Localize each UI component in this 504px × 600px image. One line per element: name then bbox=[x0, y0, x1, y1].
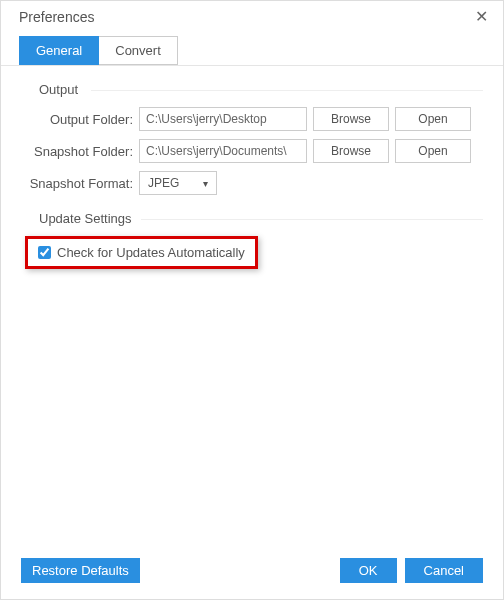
update-section-title: Update Settings bbox=[39, 211, 483, 226]
snapshot-format-select[interactable]: JPEG ▾ bbox=[139, 171, 217, 195]
output-folder-open-button[interactable]: Open bbox=[395, 107, 471, 131]
tab-general[interactable]: General bbox=[19, 36, 99, 65]
output-folder-browse-button[interactable]: Browse bbox=[313, 107, 389, 131]
footer-right: OK Cancel bbox=[340, 558, 483, 583]
snapshot-folder-label: Snapshot Folder: bbox=[21, 144, 139, 159]
tab-bar: General Convert bbox=[1, 30, 503, 66]
snapshot-format-value: JPEG bbox=[148, 176, 179, 190]
output-divider: Output bbox=[21, 82, 483, 97]
close-icon[interactable]: ✕ bbox=[471, 7, 491, 26]
update-highlight-box: Check for Updates Automatically bbox=[25, 236, 258, 269]
snapshot-folder-row: Snapshot Folder: Browse Open bbox=[21, 139, 483, 163]
footer: Restore Defaults OK Cancel bbox=[1, 548, 503, 599]
window-title: Preferences bbox=[19, 9, 94, 25]
update-divider: Update Settings bbox=[21, 211, 483, 226]
titlebar: Preferences ✕ bbox=[1, 1, 503, 30]
update-section: Update Settings Check for Updates Automa… bbox=[21, 211, 483, 269]
snapshot-format-label: Snapshot Format: bbox=[21, 176, 139, 191]
auto-update-checkbox[interactable] bbox=[38, 246, 51, 259]
chevron-down-icon: ▾ bbox=[203, 178, 208, 189]
snapshot-folder-open-button[interactable]: Open bbox=[395, 139, 471, 163]
content-area: Output Output Folder: Browse Open Snapsh… bbox=[1, 66, 503, 548]
snapshot-folder-browse-button[interactable]: Browse bbox=[313, 139, 389, 163]
output-folder-label: Output Folder: bbox=[21, 112, 139, 127]
preferences-window: Preferences ✕ General Convert Output Out… bbox=[0, 0, 504, 600]
ok-button[interactable]: OK bbox=[340, 558, 397, 583]
tab-convert[interactable]: Convert bbox=[99, 36, 178, 65]
output-folder-row: Output Folder: Browse Open bbox=[21, 107, 483, 131]
snapshot-format-row: Snapshot Format: JPEG ▾ bbox=[21, 171, 483, 195]
restore-defaults-button[interactable]: Restore Defaults bbox=[21, 558, 140, 583]
output-section: Output Output Folder: Browse Open Snapsh… bbox=[21, 82, 483, 195]
output-folder-input[interactable] bbox=[139, 107, 307, 131]
cancel-button[interactable]: Cancel bbox=[405, 558, 483, 583]
auto-update-label: Check for Updates Automatically bbox=[57, 245, 245, 260]
snapshot-folder-input[interactable] bbox=[139, 139, 307, 163]
output-section-title: Output bbox=[39, 82, 483, 97]
